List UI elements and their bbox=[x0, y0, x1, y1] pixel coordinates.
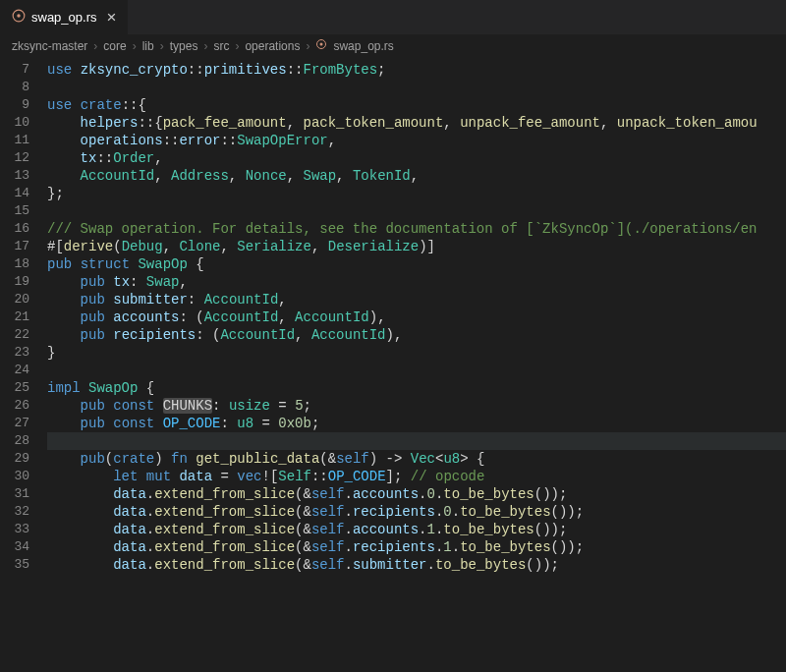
line-number: 11 bbox=[0, 132, 47, 149]
code-line[interactable]: pub submitter: AccountId, bbox=[47, 291, 786, 308]
line-number: 34 bbox=[0, 538, 47, 556]
breadcrumb-seg-3[interactable]: types bbox=[170, 39, 198, 53]
rust-icon bbox=[12, 9, 26, 26]
line-number: 26 bbox=[0, 397, 47, 415]
code-line[interactable]: } bbox=[47, 344, 786, 362]
code-line[interactable]: data.extend_from_slice(&self.accounts.1.… bbox=[47, 521, 786, 538]
line-number: 24 bbox=[0, 362, 47, 379]
breadcrumb-file[interactable]: swap_op.rs bbox=[333, 39, 393, 53]
code-line[interactable]: helpers::{pack_fee_amount, pack_token_am… bbox=[47, 114, 786, 132]
code-line[interactable]: let mut data = vec![Self::OP_CODE]; // o… bbox=[47, 468, 786, 485]
code-line[interactable]: data.extend_from_slice(&self.submitter.t… bbox=[47, 556, 786, 574]
line-number: 17 bbox=[0, 238, 47, 255]
code-editor[interactable]: 7891011121314151617181920212223242526272… bbox=[0, 57, 786, 574]
rust-icon bbox=[315, 38, 327, 53]
breadcrumb-seg-2[interactable]: lib bbox=[142, 39, 154, 53]
code-line[interactable]: }; bbox=[47, 185, 786, 202]
line-number: 28 bbox=[0, 432, 47, 450]
code-line[interactable]: pub struct SwapOp { bbox=[47, 255, 786, 273]
line-number: 14 bbox=[0, 185, 47, 202]
line-number: 25 bbox=[0, 379, 47, 397]
chevron-right-icon: › bbox=[203, 39, 207, 53]
code-line[interactable] bbox=[47, 432, 786, 450]
breadcrumb-seg-0[interactable]: zksync-master bbox=[12, 39, 87, 53]
line-number: 19 bbox=[0, 273, 47, 291]
breadcrumb-seg-1[interactable]: core bbox=[103, 39, 126, 53]
line-number: 7 bbox=[0, 61, 47, 79]
chevron-right-icon: › bbox=[235, 39, 239, 53]
svg-point-3 bbox=[320, 43, 323, 46]
tab-bar: swap_op.rs × bbox=[0, 0, 786, 34]
line-number: 8 bbox=[0, 79, 47, 96]
code-line[interactable]: data.extend_from_slice(&self.accounts.0.… bbox=[47, 485, 786, 503]
code-line[interactable] bbox=[47, 202, 786, 220]
chevron-right-icon: › bbox=[133, 39, 137, 53]
code-line[interactable]: operations::error::SwapOpError, bbox=[47, 132, 786, 149]
code-line[interactable]: use zksync_crypto::primitives::FromBytes… bbox=[47, 61, 786, 79]
code-line[interactable] bbox=[47, 79, 786, 96]
code-line[interactable]: AccountId, Address, Nonce, Swap, TokenId… bbox=[47, 167, 786, 185]
line-number: 13 bbox=[0, 167, 47, 185]
code-line[interactable]: tx::Order, bbox=[47, 149, 786, 167]
code-line[interactable]: use crate::{ bbox=[47, 96, 786, 114]
code-line[interactable]: pub(crate) fn get_public_data(&self) -> … bbox=[47, 450, 786, 468]
code-line[interactable]: impl SwapOp { bbox=[47, 379, 786, 397]
line-number: 9 bbox=[0, 96, 47, 114]
line-numbers: 7891011121314151617181920212223242526272… bbox=[0, 61, 47, 574]
code-line[interactable]: /// Swap operation. For details, see the… bbox=[47, 220, 786, 238]
breadcrumb[interactable]: zksync-master › core › lib › types › src… bbox=[0, 34, 786, 57]
chevron-right-icon: › bbox=[160, 39, 164, 53]
line-number: 16 bbox=[0, 220, 47, 238]
code-line[interactable]: pub recipients: (AccountId, AccountId), bbox=[47, 326, 786, 344]
line-number: 15 bbox=[0, 202, 47, 220]
code-line[interactable]: pub accounts: (AccountId, AccountId), bbox=[47, 308, 786, 326]
close-icon[interactable]: × bbox=[106, 9, 116, 26]
code-line[interactable]: data.extend_from_slice(&self.recipients.… bbox=[47, 538, 786, 556]
svg-point-1 bbox=[17, 14, 21, 18]
line-number: 33 bbox=[0, 521, 47, 538]
line-number: 18 bbox=[0, 255, 47, 273]
line-number: 23 bbox=[0, 344, 47, 362]
line-number: 30 bbox=[0, 468, 47, 485]
breadcrumb-seg-4[interactable]: src bbox=[213, 39, 229, 53]
line-number: 12 bbox=[0, 149, 47, 167]
code-line[interactable]: pub const OP_CODE: u8 = 0x0b; bbox=[47, 415, 786, 432]
code-line[interactable]: #[derive(Debug, Clone, Serialize, Deseri… bbox=[47, 238, 786, 255]
line-number: 22 bbox=[0, 326, 47, 344]
line-number: 21 bbox=[0, 308, 47, 326]
line-number: 29 bbox=[0, 450, 47, 468]
line-number: 20 bbox=[0, 291, 47, 308]
code-content[interactable]: use zksync_crypto::primitives::FromBytes… bbox=[47, 61, 786, 574]
line-number: 35 bbox=[0, 556, 47, 574]
chevron-right-icon: › bbox=[93, 39, 97, 53]
code-line[interactable] bbox=[47, 362, 786, 379]
code-line[interactable]: pub const CHUNKS: usize = 5; bbox=[47, 397, 786, 415]
line-number: 10 bbox=[0, 114, 47, 132]
tab-swap-op[interactable]: swap_op.rs × bbox=[0, 0, 128, 34]
code-line[interactable]: data.extend_from_slice(&self.recipients.… bbox=[47, 503, 786, 521]
chevron-right-icon: › bbox=[306, 39, 309, 53]
tab-label: swap_op.rs bbox=[31, 10, 96, 25]
line-number: 31 bbox=[0, 485, 47, 503]
line-number: 32 bbox=[0, 503, 47, 521]
code-line[interactable]: pub tx: Swap, bbox=[47, 273, 786, 291]
breadcrumb-seg-5[interactable]: operations bbox=[245, 39, 300, 53]
line-number: 27 bbox=[0, 415, 47, 432]
